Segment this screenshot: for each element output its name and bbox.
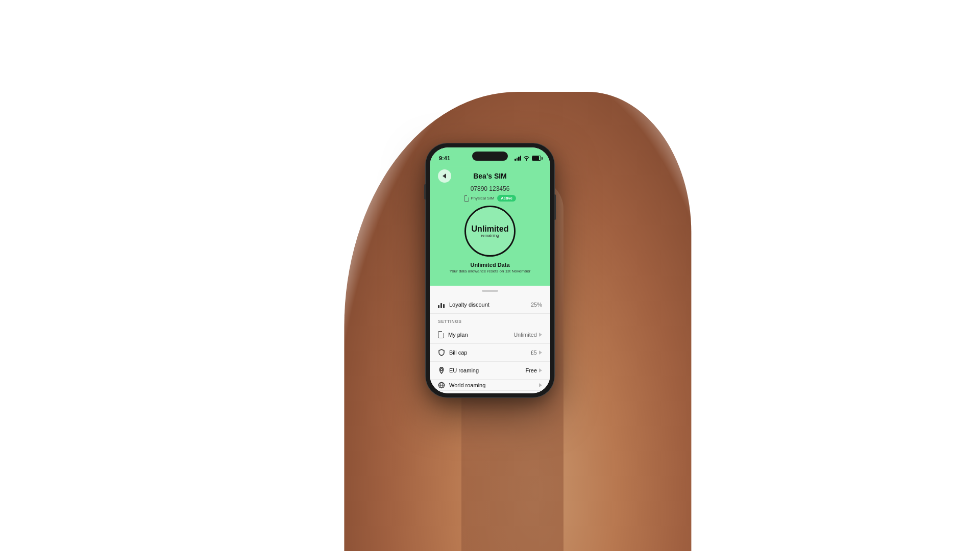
phone-device: 9:41 [426, 143, 554, 397]
phone-number-area: 07890 123456 Physical SIM Active [438, 185, 542, 202]
chevron-right-icon [539, 333, 542, 337]
eu-roaming-label: EU roaming [449, 367, 479, 373]
status-time: 9:41 [439, 155, 450, 161]
shield-icon [438, 349, 445, 356]
my-plan-left: My plan [438, 331, 468, 338]
sim-type-badge: Physical SIM [464, 195, 494, 202]
world-roaming-label: World roaming [449, 382, 485, 388]
chevron-right-icon [539, 368, 542, 372]
loyalty-label: Loyalty discount [449, 302, 489, 308]
data-info: Unlimited Data Your data allowance reset… [450, 262, 531, 273]
data-remaining-label: remaining [481, 233, 499, 238]
phone-outer-frame: 9:41 [426, 143, 554, 397]
loyalty-row[interactable]: Loyalty discount 25% [430, 296, 550, 314]
data-circle: Unlimited remaining [464, 206, 516, 257]
bottom-section: Loyalty discount 25% SETTINGS My plan [430, 296, 550, 393]
svg-point-0 [440, 369, 443, 371]
back-button[interactable] [438, 169, 451, 183]
bar-chart-icon [438, 301, 445, 308]
my-plan-label: My plan [448, 332, 468, 338]
world-roaming-right [539, 383, 542, 387]
loyalty-left: Loyalty discount [438, 301, 489, 308]
wifi-icon [523, 156, 530, 161]
loyalty-value: 25% [531, 302, 542, 308]
location-pin-icon [438, 367, 445, 374]
scene: 9:41 [0, 0, 980, 551]
settings-row-my-plan[interactable]: My plan Unlimited [430, 326, 550, 344]
status-icons [514, 156, 541, 161]
battery-icon [532, 156, 541, 161]
bill-cap-left: Bill cap [438, 349, 467, 356]
bill-cap-value: £5 [531, 349, 537, 356]
hero-section: Bea's SIM 07890 123456 Physical SIM Acti… [430, 166, 550, 286]
settings-row-eu-roaming[interactable]: EU roaming Free [430, 362, 550, 380]
app-header: Bea's SIM [438, 166, 542, 185]
world-roaming-left: World roaming [438, 382, 485, 389]
data-title: Unlimited Data [450, 262, 531, 268]
page-title: Bea's SIM [473, 172, 507, 180]
settings-section-header: SETTINGS [430, 314, 550, 326]
eu-roaming-left: EU roaming [438, 367, 479, 374]
phone-screen: 9:41 [430, 147, 550, 393]
data-circle-container: Unlimited remaining Unlimited Data Your … [438, 206, 542, 273]
sim-icon [464, 195, 469, 202]
globe-icon [438, 382, 445, 389]
signal-icon [514, 156, 521, 161]
chevron-right-icon [539, 350, 542, 355]
scroll-dot [482, 290, 498, 292]
sim-row-icon [438, 331, 444, 338]
phone-meta: Physical SIM Active [438, 195, 542, 202]
my-plan-right: Unlimited [513, 332, 542, 338]
bill-cap-label: Bill cap [449, 349, 467, 356]
chevron-right-icon [539, 383, 542, 387]
phone-number: 07890 123456 [438, 185, 542, 192]
back-chevron-icon [443, 173, 446, 179]
dynamic-island [472, 152, 508, 161]
data-subtitle: Your data allowance resets on 1st Novemb… [450, 269, 531, 273]
settings-row-bill-cap[interactable]: Bill cap £5 [430, 344, 550, 362]
settings-row-world-roaming[interactable]: World roaming [430, 380, 550, 391]
scroll-indicator [430, 286, 550, 296]
eu-roaming-right: Free [525, 367, 542, 373]
data-amount: Unlimited [472, 224, 509, 234]
status-badge: Active [497, 195, 516, 202]
bill-cap-right: £5 [531, 349, 542, 356]
my-plan-value: Unlimited [513, 332, 537, 338]
sim-type-label: Physical SIM [471, 196, 494, 201]
eu-roaming-value: Free [525, 367, 537, 373]
